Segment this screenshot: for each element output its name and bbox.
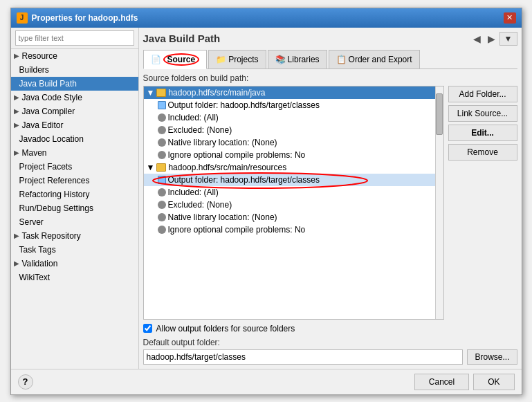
- sidebar-item-label: Java Compiler: [22, 107, 75, 116]
- source-folders-label: Source folders on build path:: [143, 73, 517, 83]
- gear-icon-1-4: [158, 138, 166, 147]
- tab-source-icon: 📄: [151, 55, 161, 64]
- sidebar-item-run-debug[interactable]: Run/Debug Settings: [11, 201, 138, 215]
- tree-item-2-2[interactable]: Included: (All): [144, 186, 443, 199]
- sidebar-item-maven[interactable]: ▶ Maven: [11, 146, 138, 160]
- edit-button[interactable]: Edit...: [448, 125, 517, 141]
- arrow-icon: ▶: [14, 149, 19, 156]
- file-icon-2-1: [158, 176, 166, 184]
- filter-input[interactable]: [15, 30, 134, 46]
- sidebar-item-javadoc[interactable]: Javadoc Location: [11, 132, 138, 146]
- allow-output-checkbox[interactable]: [143, 324, 152, 333]
- sidebar-item-label: Refactoring History: [19, 190, 90, 199]
- tree-section-1-label: hadoop.hdfs/src/main/java: [168, 88, 265, 98]
- main-header: Java Build Path ◀ ▶ ▼: [143, 32, 517, 46]
- tab-projects[interactable]: 📁 Projects: [208, 50, 266, 68]
- sidebar-item-validation[interactable]: ▶ Validation: [11, 257, 138, 271]
- expand-icon-1: ▼: [147, 88, 155, 98]
- sidebar-item-java-editor[interactable]: ▶ Java Editor: [11, 118, 138, 132]
- titlebar-left: J Properties for hadoop.hdfs: [17, 12, 138, 24]
- tree-item-2-1-label: Output folder: hadoop.hdfs/target/classe…: [168, 175, 320, 185]
- tree-item-1-4[interactable]: Native library location: (None): [144, 136, 443, 149]
- sidebar-item-label: WikiText: [19, 273, 51, 282]
- sidebar-item-java-code-style[interactable]: ▶ Java Code Style: [11, 91, 138, 104]
- scrollbar-thumb[interactable]: [436, 93, 443, 135]
- browse-button[interactable]: Browse...: [467, 349, 517, 365]
- tree-item-1-2[interactable]: Included: (All): [144, 111, 443, 124]
- output-row: Browse...: [143, 349, 517, 365]
- nav-dropdown-button[interactable]: ▼: [499, 32, 517, 46]
- footer-left: ?: [18, 374, 410, 390]
- tree-section-1-header[interactable]: ▼ hadoop.hdfs/src/main/java: [144, 86, 443, 99]
- sidebar-item-label: Builders: [19, 65, 49, 75]
- tab-order-label: Order and Export: [349, 55, 412, 64]
- add-folder-button[interactable]: Add Folder...: [448, 86, 517, 102]
- sidebar-item-label: Maven: [22, 148, 47, 158]
- buttons-col: Add Folder... Link Source... Edit... Rem…: [448, 86, 517, 320]
- output-folder-input[interactable]: [143, 349, 464, 365]
- sidebar-item-server[interactable]: Server: [11, 215, 138, 229]
- tree-section-2-header[interactable]: ▼ hadoop.hdfs/src/main/resources: [144, 161, 443, 174]
- tree-area[interactable]: ▼ hadoop.hdfs/src/main/java Output folde…: [143, 86, 444, 320]
- scrollbar-track[interactable]: [435, 86, 443, 319]
- expand-icon-2: ▼: [147, 163, 155, 172]
- sidebar-item-java-compiler[interactable]: ▶ Java Compiler: [11, 104, 138, 118]
- arrow-icon: ▶: [14, 93, 19, 101]
- tab-order-icon: 📋: [336, 55, 347, 64]
- tree-item-1-5[interactable]: Ignore optional compile problems: No: [144, 149, 443, 161]
- close-button[interactable]: ✕: [504, 12, 516, 24]
- tree-item-1-3-label: Excluded: (None): [168, 125, 232, 135]
- tabs: 📄 Source 📁 Projects 📚 Libraries 📋 Order …: [143, 50, 517, 69]
- dialog-body: ▶ Resource Builders Java Build Path ▶ Ja…: [11, 28, 522, 369]
- sidebar-item-label: Project Facets: [19, 162, 73, 172]
- sidebar-item-label: Run/Debug Settings: [19, 203, 93, 213]
- allow-output-label: Allow output folders for source folders: [156, 324, 295, 334]
- filter-wrap: [11, 28, 138, 49]
- tree-item-2-2-label: Included: (All): [168, 188, 219, 197]
- file-icon-1-1: [158, 101, 166, 109]
- arrow-icon: ▶: [14, 259, 19, 267]
- sidebar-item-java-build-path[interactable]: Java Build Path: [11, 77, 138, 91]
- tree-item-1-2-label: Included: (All): [168, 113, 219, 122]
- gear-icon-2-4: [158, 213, 166, 221]
- tree-item-2-5[interactable]: Ignore optional compile problems: No: [144, 223, 443, 236]
- sidebar-item-wikitext[interactable]: WikiText: [11, 271, 138, 284]
- sidebar-item-builders[interactable]: Builders: [11, 63, 138, 77]
- tab-source[interactable]: 📄 Source: [143, 50, 208, 69]
- dialog-footer: ? Cancel OK: [11, 369, 522, 394]
- link-source-button[interactable]: Link Source...: [448, 105, 517, 122]
- sidebar-item-label: Java Build Path: [19, 79, 77, 89]
- tree-item-2-1[interactable]: Output folder: hadoop.hdfs/target/classe…: [144, 174, 443, 186]
- sidebar-item-label: Task Repository: [22, 231, 81, 241]
- sidebar-item-task-tags[interactable]: Task Tags: [11, 243, 138, 257]
- tree-item-1-1-label: Output folder: hadoop.hdfs/target/classe…: [168, 100, 320, 110]
- ok-button[interactable]: OK: [473, 374, 514, 390]
- arrow-icon: ▶: [14, 232, 19, 239]
- nav-forward-button[interactable]: ▶: [485, 32, 498, 46]
- cancel-button[interactable]: Cancel: [414, 374, 469, 390]
- help-button[interactable]: ?: [18, 374, 33, 390]
- tab-libraries-icon: 📚: [275, 55, 286, 64]
- tree-item-2-4[interactable]: Native library location: (None): [144, 211, 443, 223]
- tree-item-1-3[interactable]: Excluded: (None): [144, 124, 443, 136]
- gear-icon-1-5: [158, 151, 166, 159]
- nav-buttons: ◀ ▶ ▼: [470, 32, 517, 46]
- sidebar-item-project-facets[interactable]: Project Facets: [11, 160, 138, 174]
- sidebar-items: ▶ Resource Builders Java Build Path ▶ Ja…: [11, 49, 138, 369]
- tree-item-1-5-label: Ignore optional compile problems: No: [168, 150, 306, 160]
- sidebar-item-label: Resource: [22, 51, 57, 61]
- sidebar-item-resource[interactable]: ▶ Resource: [11, 49, 138, 63]
- sidebar-item-label: Server: [19, 217, 44, 227]
- tree-item-2-4-label: Native library location: (None): [168, 212, 277, 222]
- tab-order-export[interactable]: 📋 Order and Export: [329, 50, 420, 68]
- sidebar-item-task-repository[interactable]: ▶ Task Repository: [11, 229, 138, 243]
- sidebar-item-project-references[interactable]: Project References: [11, 174, 138, 188]
- sidebar-item-refactoring[interactable]: Refactoring History: [11, 188, 138, 201]
- remove-button[interactable]: Remove: [448, 144, 517, 161]
- folder-icon-1: [156, 89, 166, 97]
- gear-icon-2-3: [158, 201, 166, 209]
- tree-item-2-3[interactable]: Excluded: (None): [144, 199, 443, 211]
- nav-back-button[interactable]: ◀: [470, 32, 484, 46]
- tab-libraries[interactable]: 📚 Libraries: [268, 50, 327, 68]
- tree-item-1-1[interactable]: Output folder: hadoop.hdfs/target/classe…: [144, 99, 443, 111]
